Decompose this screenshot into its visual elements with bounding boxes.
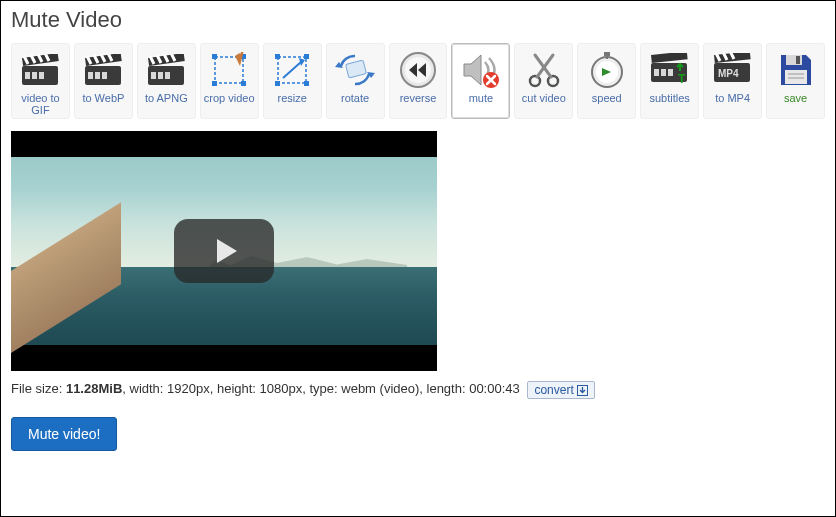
svg-rect-6	[88, 72, 93, 79]
svg-rect-21	[275, 54, 280, 59]
svg-rect-13	[165, 72, 170, 79]
reverse-button[interactable]: reverse	[389, 43, 448, 119]
svg-rect-37	[654, 69, 659, 76]
play-button[interactable]	[174, 219, 274, 283]
video-to-gif-button[interactable]: video to GIF	[11, 43, 70, 119]
video-info-line: File size: 11.28MiB, width: 1920px, heig…	[11, 381, 825, 399]
tool-label: resize	[277, 92, 306, 104]
svg-text:MP4: MP4	[718, 68, 739, 79]
resize-button[interactable]: resize	[263, 43, 322, 119]
tool-label: speed	[592, 92, 622, 104]
page-title: Mute Video	[11, 7, 825, 33]
subtitles-icon: T	[649, 50, 691, 90]
rotate-button[interactable]: rotate	[326, 43, 385, 119]
clapperboard-icon	[82, 50, 124, 90]
svg-rect-38	[661, 69, 666, 76]
tool-label: to APNG	[145, 92, 188, 104]
svg-rect-1	[25, 72, 30, 79]
svg-rect-46	[796, 56, 800, 64]
tool-label: cut video	[522, 92, 566, 104]
tool-label: subtitles	[650, 92, 690, 104]
stopwatch-icon	[586, 50, 628, 90]
tool-label: to WebP	[82, 92, 124, 104]
svg-rect-47	[785, 70, 807, 84]
save-button[interactable]: save	[766, 43, 825, 119]
filesize-label: File size:	[11, 381, 66, 396]
clapperboard-icon	[19, 50, 61, 90]
svg-rect-12	[158, 72, 163, 79]
to-apng-button[interactable]: to APNG	[137, 43, 196, 119]
to-mp4-button[interactable]: MP4 to MP4	[703, 43, 762, 119]
rewind-icon	[397, 50, 439, 90]
tool-label: reverse	[400, 92, 437, 104]
tool-label: rotate	[341, 92, 369, 104]
crop-video-button[interactable]: crop video	[200, 43, 259, 119]
speed-button[interactable]: speed	[577, 43, 636, 119]
svg-rect-2	[32, 72, 37, 79]
scissors-icon	[523, 50, 565, 90]
svg-rect-26	[346, 60, 367, 78]
svg-rect-11	[151, 72, 156, 79]
svg-rect-16	[212, 54, 217, 59]
svg-rect-3	[39, 72, 44, 79]
video-preview[interactable]	[11, 131, 437, 371]
clapperboard-icon	[145, 50, 187, 90]
svg-rect-40	[651, 53, 688, 63]
mute-video-submit-button[interactable]: Mute video!	[11, 417, 117, 451]
svg-rect-39	[668, 69, 673, 76]
toolbar: video to GIF to WebP	[11, 43, 825, 119]
download-icon	[577, 385, 588, 396]
svg-point-31	[548, 76, 558, 86]
play-icon	[211, 236, 241, 266]
convert-button[interactable]: convert	[527, 381, 594, 399]
mp4-clapperboard-icon: MP4	[712, 50, 754, 90]
tool-label: crop video	[204, 92, 255, 104]
tool-label: mute	[469, 92, 493, 104]
tool-label: video to GIF	[21, 92, 60, 116]
convert-label: convert	[534, 383, 573, 397]
filesize-value: 11.28MiB	[66, 381, 122, 396]
svg-rect-23	[275, 81, 280, 86]
to-webp-button[interactable]: to WebP	[74, 43, 133, 119]
subtitles-button[interactable]: T subtitles	[640, 43, 699, 119]
crop-icon	[208, 50, 250, 90]
svg-rect-18	[212, 81, 217, 86]
svg-rect-19	[241, 81, 246, 86]
svg-line-25	[283, 62, 301, 78]
svg-point-30	[530, 76, 540, 86]
svg-rect-8	[102, 72, 107, 79]
video-meta: , width: 1920px, height: 1080px, type: w…	[122, 381, 519, 396]
rotate-icon	[334, 50, 376, 90]
mute-button[interactable]: mute	[451, 43, 510, 119]
svg-rect-35	[606, 55, 608, 59]
svg-rect-24	[304, 81, 309, 86]
tool-label: save	[784, 92, 807, 104]
tool-label: to MP4	[715, 92, 750, 104]
svg-rect-7	[95, 72, 100, 79]
floppy-disk-icon	[775, 50, 817, 90]
resize-icon	[271, 50, 313, 90]
svg-text:T: T	[678, 72, 686, 86]
cut-video-button[interactable]: cut video	[514, 43, 573, 119]
svg-rect-22	[304, 54, 309, 59]
speaker-mute-icon	[460, 50, 502, 90]
